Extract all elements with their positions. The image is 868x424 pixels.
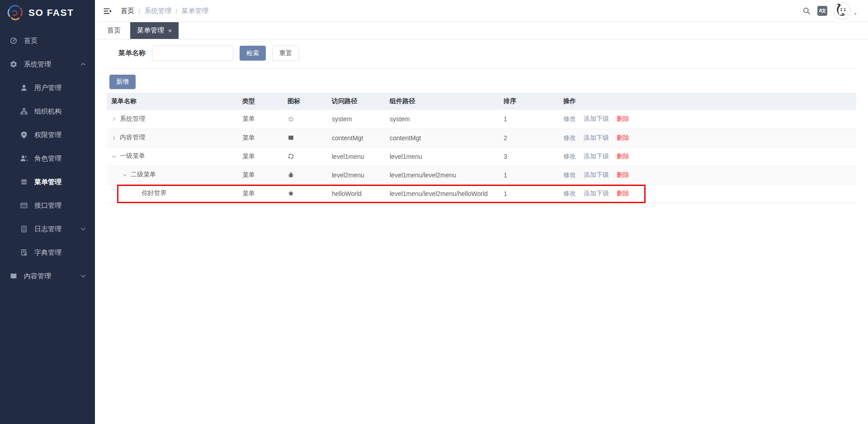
delete-link[interactable]: 删除 [617, 171, 629, 178]
sidebar-item-label: 权限管理 [34, 131, 61, 139]
main-content: 菜单名称 检索 重置 新增 菜单名称类型图标访问路径组件路径排序操作 系统管理 … [95, 39, 868, 203]
expand-arrow-icon[interactable] [111, 135, 120, 141]
menu-path: level2menu [327, 166, 385, 184]
dict-icon [20, 248, 28, 257]
sidebar-item-org[interactable]: 组织机构 [0, 100, 95, 123]
table-row[interactable]: 一级菜单 菜单 level1menu level1menu 3 修改 添加下级 … [107, 147, 856, 166]
sidebar-item-label: 接口管理 [34, 201, 61, 210]
caret-down-icon[interactable] [853, 11, 858, 17]
sidebar-item-api-mgmt[interactable]: 接口管理 [0, 194, 95, 217]
tab[interactable]: 菜单管理 × [130, 22, 179, 39]
menu-component: contentMgt [385, 129, 499, 147]
delete-link[interactable]: 删除 [617, 115, 629, 122]
add-child-link[interactable]: 添加下级 [584, 134, 609, 141]
menu-icon-cell [283, 129, 327, 147]
tab[interactable]: 首页 [103, 22, 125, 39]
menu-icon-cell [283, 147, 327, 166]
table-row[interactable]: 你好世界 菜单 helloWorld level1menu/level2menu… [107, 184, 856, 203]
add-button[interactable]: 新增 [109, 75, 136, 89]
org-icon [20, 107, 28, 115]
column-header: 操作 [559, 93, 856, 110]
menu-name: 二级菜单 [131, 171, 156, 178]
menu-sort: 1 [499, 184, 559, 203]
sidebar-item-home[interactable]: 首页 [0, 29, 95, 52]
expand-arrow-icon[interactable] [111, 116, 120, 122]
menu-name: 你好世界 [142, 190, 167, 197]
expand-arrow-icon[interactable] [111, 154, 120, 159]
add-child-link[interactable]: 添加下级 [584, 171, 609, 178]
menu-sort: 2 [499, 129, 559, 147]
menu-table: 菜单名称类型图标访问路径组件路径排序操作 系统管理 菜单 system syst… [107, 93, 856, 203]
sidebar-item-log-mgmt[interactable]: 日志管理 [0, 217, 95, 241]
sidebar-item-label: 首页 [24, 37, 38, 45]
edit-link[interactable]: 修改 [563, 152, 576, 160]
menu-component: level1menu/level2menu [385, 166, 499, 184]
menu-name: 一级菜单 [120, 152, 145, 160]
reset-button[interactable]: 重置 [272, 46, 299, 61]
expand-arrow-icon[interactable] [122, 172, 131, 178]
table-row[interactable]: 二级菜单 菜单 level2menu level1menu/level2menu… [107, 166, 856, 184]
top-header: 首页/系统管理/菜单管理 A文 [95, 0, 868, 22]
add-child-link[interactable]: 添加下级 [584, 115, 609, 122]
edit-link[interactable]: 修改 [563, 171, 576, 178]
chevron-up-icon [80, 61, 86, 67]
menu-sort: 3 [499, 147, 559, 166]
sidebar-item-menu-mgmt[interactable]: 菜单管理 [0, 170, 95, 194]
swirl-logo-icon [6, 4, 24, 22]
book-icon [288, 134, 294, 141]
table-row[interactable]: 内容管理 菜单 contentMgt contentMgt 2 修改 添加下级 … [107, 129, 856, 147]
menu-name-input[interactable] [152, 46, 233, 61]
menu-type: 菜单 [238, 166, 283, 184]
breadcrumb-item[interactable]: 首页 [121, 7, 134, 15]
chevron-icon [80, 61, 86, 67]
edit-link[interactable]: 修改 [563, 115, 576, 122]
api-icon [20, 201, 28, 210]
edit-link[interactable]: 修改 [563, 134, 576, 141]
sidebar-nav: 首页 系统管理 用户管理 组织机构 权限管理 角色管理 菜单管理 接口管理 日志… [0, 25, 95, 288]
log-icon [20, 225, 28, 233]
book-icon [9, 272, 18, 280]
search-icon[interactable] [802, 6, 811, 15]
sidebar-item-dict-mgmt[interactable]: 字典管理 [0, 241, 95, 264]
sidebar-item-label: 系统管理 [24, 60, 51, 69]
menu-type: 菜单 [238, 110, 283, 129]
tab-bar: 首页 菜单管理 × [95, 22, 868, 39]
user-icon [20, 84, 28, 92]
search-button[interactable]: 检索 [240, 46, 266, 61]
column-header: 类型 [238, 93, 283, 110]
app-title: SO FAST [28, 7, 74, 18]
delete-link[interactable]: 删除 [617, 134, 629, 141]
edit-link[interactable]: 修改 [563, 190, 576, 197]
menu-component: level1menu [385, 147, 499, 166]
menu-icon-cell [283, 166, 327, 184]
add-child-link[interactable]: 添加下级 [584, 190, 609, 197]
app-logo[interactable]: SO FAST [0, 0, 95, 25]
table-row[interactable]: 系统管理 菜单 system system 1 修改 添加下级 删除 [107, 110, 856, 129]
expand-arrow-icon[interactable] [133, 191, 142, 196]
sidebar-item-permission[interactable]: 权限管理 [0, 123, 95, 147]
close-icon[interactable]: × [168, 28, 172, 34]
menu-type: 菜单 [238, 184, 283, 203]
breadcrumb-item[interactable]: 菜单管理 [181, 7, 208, 15]
translate-icon[interactable]: A文 [817, 6, 827, 16]
delete-link[interactable]: 删除 [617, 190, 629, 197]
sidebar-item-user-mgmt[interactable]: 用户管理 [0, 76, 95, 100]
tree-indent [111, 193, 133, 194]
sidebar-item-label: 组织机构 [34, 107, 61, 116]
sidebar-item-icon [20, 201, 28, 210]
sidebar-item-content-mgmt[interactable]: 内容管理 [0, 264, 95, 288]
sidebar-item-icon [20, 248, 28, 257]
add-child-link[interactable]: 添加下级 [584, 152, 609, 160]
menu-name: 内容管理 [120, 134, 145, 141]
sidebar-item-role-mgmt[interactable]: 角色管理 [0, 147, 95, 170]
breadcrumb-item[interactable]: 系统管理 [144, 7, 171, 15]
sidebar-fold-icon[interactable] [103, 6, 112, 16]
delete-link[interactable]: 删除 [617, 152, 629, 160]
sidebar-item-system-mgmt[interactable]: 系统管理 [0, 52, 95, 76]
chevron-icon [80, 273, 86, 279]
avatar[interactable] [833, 2, 851, 20]
chevron-right-icon [111, 116, 117, 122]
gear-icon [9, 60, 18, 68]
star-icon [288, 190, 294, 197]
column-header: 菜单名称 [107, 93, 238, 110]
